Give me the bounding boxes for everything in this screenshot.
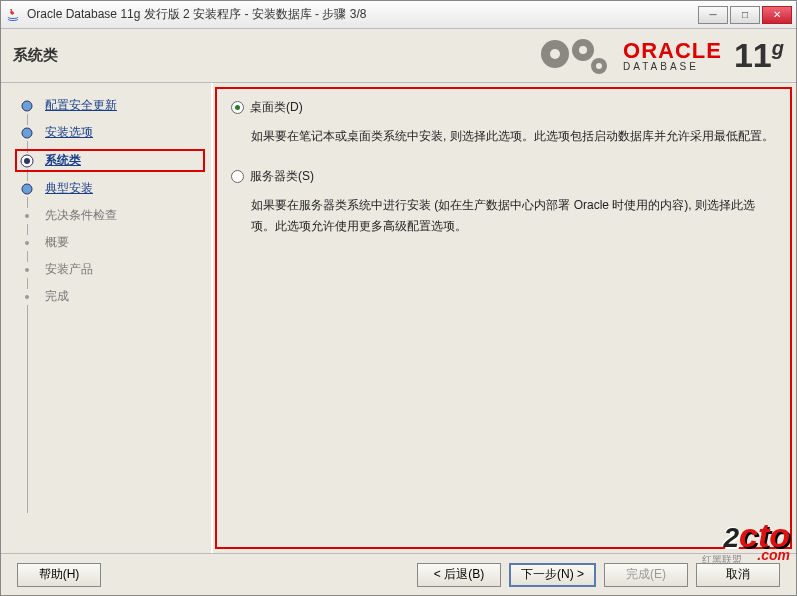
installer-window: Oracle Database 11g 发行版 2 安装程序 - 安装数据库 -… <box>0 0 797 596</box>
step-done-icon <box>19 125 35 141</box>
step-done-icon <box>19 98 35 114</box>
oracle-wordmark: ORACLE <box>623 40 722 62</box>
window-title: Oracle Database 11g 发行版 2 安装程序 - 安装数据库 -… <box>27 6 698 23</box>
steps-sidebar: 配置安全更新 安装选项 系统类 典型安装 先决条件检查 概要 <box>1 83 211 553</box>
back-button[interactable]: < 后退(B) <box>417 563 501 587</box>
option-label[interactable]: 服务器类(S) <box>250 168 314 185</box>
step-pending-icon <box>19 262 35 278</box>
svg-point-10 <box>22 184 32 194</box>
finish-button: 完成(E) <box>604 563 688 587</box>
body: 配置安全更新 安装选项 系统类 典型安装 先决条件检查 概要 <box>1 83 796 553</box>
maximize-button[interactable]: □ <box>730 6 760 24</box>
step-install-product: 安装产品 <box>19 261 201 278</box>
window-controls: ─ □ ✕ <box>698 6 792 24</box>
svg-point-13 <box>25 268 29 272</box>
option-label[interactable]: 桌面类(D) <box>250 99 303 116</box>
step-summary: 概要 <box>19 234 201 251</box>
titlebar[interactable]: Oracle Database 11g 发行版 2 安装程序 - 安装数据库 -… <box>1 1 796 29</box>
step-typical-install[interactable]: 典型安装 <box>19 180 201 197</box>
close-button[interactable]: ✕ <box>762 6 792 24</box>
step-install-options[interactable]: 安装选项 <box>19 124 201 141</box>
svg-point-6 <box>22 101 32 111</box>
step-finish: 完成 <box>19 288 201 305</box>
svg-point-7 <box>22 128 32 138</box>
svg-point-11 <box>25 214 29 218</box>
version-logo: 11g <box>734 36 784 75</box>
step-active-icon <box>19 153 35 169</box>
svg-point-12 <box>25 241 29 245</box>
help-button[interactable]: 帮助(H) <box>17 563 101 587</box>
radio-desktop-class[interactable] <box>231 101 244 114</box>
option-desktop-class: 桌面类(D) 如果要在笔记本或桌面类系统中安装, 则选择此选项。此选项包括启动数… <box>231 99 778 148</box>
next-button[interactable]: 下一步(N) > <box>509 563 596 587</box>
svg-point-3 <box>550 49 560 59</box>
minimize-button[interactable]: ─ <box>698 6 728 24</box>
step-pending-icon <box>19 289 35 305</box>
step-system-class[interactable]: 系统类 <box>17 151 203 170</box>
option-server-class: 服务器类(S) 如果要在服务器类系统中进行安装 (如在生产数据中心内部署 Ora… <box>231 168 778 238</box>
step-pending-icon <box>19 208 35 224</box>
svg-point-14 <box>25 295 29 299</box>
page-title: 系统类 <box>13 46 535 65</box>
option-description: 如果要在笔记本或桌面类系统中安装, 则选择此选项。此选项包括启动数据库并允许采用… <box>251 126 778 148</box>
header: 系统类 ORACLE DATABASE 11g <box>1 29 796 83</box>
content-panel: 桌面类(D) 如果要在笔记本或桌面类系统中安装, 则选择此选项。此选项包括启动数… <box>211 83 796 553</box>
radio-server-class[interactable] <box>231 170 244 183</box>
footer: 帮助(H) < 后退(B) 下一步(N) > 完成(E) 取消 <box>1 553 796 595</box>
svg-point-5 <box>596 63 602 69</box>
java-icon <box>5 7 21 23</box>
brand-logo: ORACLE DATABASE 11g <box>535 32 784 79</box>
step-config-security-updates[interactable]: 配置安全更新 <box>19 97 201 114</box>
gears-icon <box>535 32 615 79</box>
step-prereq-checks: 先决条件检查 <box>19 207 201 224</box>
database-wordmark: DATABASE <box>623 62 722 72</box>
step-done-icon <box>19 181 35 197</box>
svg-point-9 <box>24 158 30 164</box>
svg-point-4 <box>579 46 587 54</box>
option-description: 如果要在服务器类系统中进行安装 (如在生产数据中心内部署 Oracle 时使用的… <box>251 195 778 238</box>
step-pending-icon <box>19 235 35 251</box>
watermark-sub: 红黑联盟 <box>702 553 742 567</box>
